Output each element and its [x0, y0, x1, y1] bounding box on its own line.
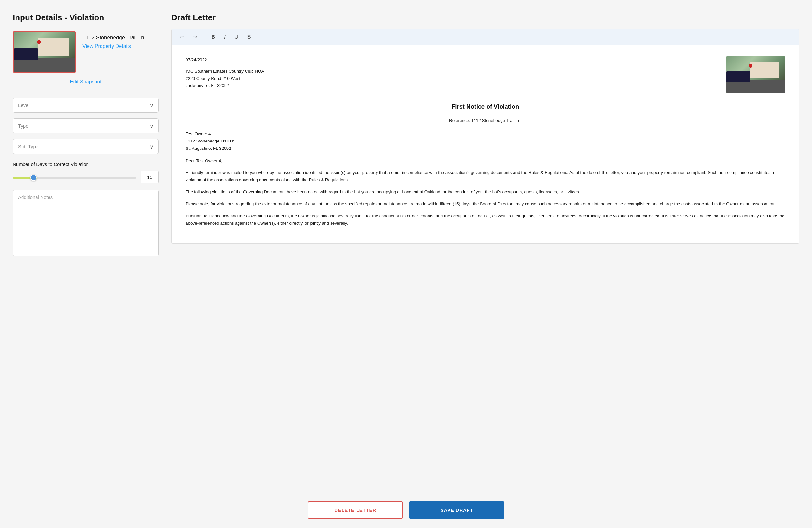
draft-letter-title: Draft Letter — [171, 13, 799, 23]
letter-property-thumbnail — [726, 56, 785, 93]
days-value: 15 — [147, 174, 153, 180]
type-select[interactable]: Type — [13, 118, 159, 133]
letter-greeting: Dear Test Owner 4, — [186, 157, 785, 165]
level-select[interactable]: Level — [13, 98, 159, 113]
redo-button[interactable]: ↪ — [191, 33, 199, 41]
recipient-address2: St. Augustine, FL 32092 — [186, 145, 785, 152]
redo-icon: ↪ — [192, 34, 197, 40]
property-section: 1112 Stonehedge Trail Ln. View Property … — [13, 31, 159, 73]
reference-underlined: Stonehedge — [482, 118, 505, 123]
toolbar-divider — [204, 34, 204, 40]
letter-paragraph-3: Please note, for violations regarding th… — [186, 201, 785, 208]
save-draft-button[interactable]: SAVE DRAFT — [409, 501, 504, 519]
org-name: IMC Southern Estates Country Club HOA — [186, 68, 264, 75]
additional-notes-input[interactable] — [13, 190, 159, 256]
recipient-address1: 1112 Stonehedge Trail Ln. — [186, 138, 785, 145]
property-image — [13, 31, 76, 73]
letter-header-left: 07/24/2022 IMC Southern Estates Country … — [186, 56, 264, 93]
subtype-select-wrapper: Sub-Type ∨ — [13, 139, 159, 154]
letter-paragraph-4: Pursuant to Florida law and the Governin… — [186, 213, 785, 227]
property-address: 1112 Stonehedge Trail Ln. — [83, 34, 146, 41]
letter-org: IMC Southern Estates Country Club HOA 22… — [186, 68, 264, 90]
undo-icon: ↩ — [179, 34, 184, 40]
edit-snapshot-link[interactable]: Edit Snapshot — [13, 79, 159, 85]
notes-section — [13, 190, 159, 258]
level-select-wrapper: Level ∨ — [13, 98, 159, 113]
italic-button[interactable]: I — [222, 33, 228, 41]
subtype-select[interactable]: Sub-Type — [13, 139, 159, 154]
bottom-bar: DELETE LETTER SAVE DRAFT — [0, 492, 812, 528]
days-slider[interactable] — [13, 177, 136, 179]
strikethrough-button[interactable]: S — [245, 33, 252, 41]
org-address1: 2220 County Road 210 West — [186, 75, 264, 83]
letter-title-section: First Notice of Violation — [186, 102, 785, 111]
form-fields: Level ∨ Type ∨ Sub-Type ∨ — [13, 98, 159, 154]
delete-letter-button[interactable]: DELETE LETTER — [308, 501, 403, 519]
page-title: Input Details - Violation — [13, 13, 159, 23]
org-address2: Jacksonville, FL 32092 — [186, 82, 264, 89]
days-slider-container — [13, 174, 136, 180]
letter-header: 07/24/2022 IMC Southern Estates Country … — [186, 56, 785, 93]
letter-notice-title: First Notice of Violation — [452, 103, 519, 110]
bold-button[interactable]: B — [209, 33, 217, 41]
recipient-name: Test Owner 4 — [186, 130, 785, 138]
letter-date: 07/24/2022 — [186, 56, 264, 63]
letter-body: 07/24/2022 IMC Southern Estates Country … — [172, 45, 799, 243]
view-property-details-link[interactable]: View Property Details — [83, 43, 146, 49]
right-panel: Draft Letter ↩ ↪ B I U S 07/2 — [171, 13, 799, 492]
section-divider — [13, 91, 159, 91]
draft-container: ↩ ↪ B I U S 07/24/2022 IMC Southern Esta… — [171, 29, 799, 244]
days-section: Number of Days to Correct Violation 15 — [13, 161, 159, 183]
days-slider-row: 15 — [13, 171, 159, 183]
days-label: Number of Days to Correct Violation — [13, 161, 159, 167]
letter-paragraph-2: The following violations of the Governin… — [186, 188, 785, 196]
type-select-wrapper: Type ∨ — [13, 118, 159, 133]
underline-button[interactable]: U — [232, 33, 240, 41]
editor-toolbar: ↩ ↪ B I U S — [172, 29, 799, 45]
letter-paragraph-1: A friendly reminder was mailed to you wh… — [186, 169, 785, 183]
left-panel: Input Details - Violation 1112 Stonehedg… — [13, 13, 159, 492]
property-info: 1112 Stonehedge Trail Ln. View Property … — [83, 31, 146, 49]
letter-recipient: Test Owner 4 1112 Stonehedge Trail Ln. S… — [186, 130, 785, 152]
days-value-box: 15 — [141, 171, 159, 183]
undo-button[interactable]: ↩ — [177, 33, 186, 41]
letter-reference: Reference: 1112 Stonehedge Trail Ln. — [186, 117, 785, 124]
